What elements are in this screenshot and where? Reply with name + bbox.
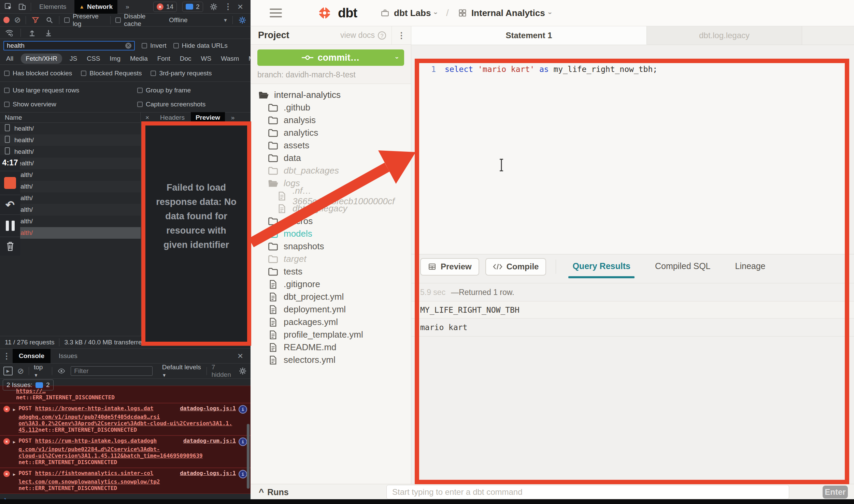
tree-item-models[interactable]: models bbox=[251, 227, 411, 240]
filter-funnel-icon[interactable] bbox=[31, 15, 40, 25]
dbt-command-input[interactable]: Start typing to enter a dbt command bbox=[386, 485, 789, 499]
runs-toggle[interactable]: ^ Runs bbox=[259, 487, 289, 498]
checkbox[interactable] bbox=[137, 88, 143, 93]
console-scrollbar[interactable] bbox=[247, 424, 250, 489]
results-tab-compiled-sql[interactable]: Compiled SQL bbox=[655, 261, 711, 272]
result-cell[interactable]: mario kart bbox=[411, 318, 854, 337]
issues-count-badge[interactable]: 2 bbox=[182, 2, 203, 12]
clear-console-icon[interactable]: ⊘ bbox=[17, 367, 24, 375]
close-devtools-icon[interactable]: × bbox=[238, 2, 243, 12]
device-toolbar-icon[interactable] bbox=[17, 2, 27, 12]
expand-triangle-icon[interactable]: ▶ bbox=[13, 471, 15, 491]
request-url-link[interactable]: 45.112 bbox=[18, 427, 38, 433]
tree-item-data[interactable]: data bbox=[251, 152, 411, 164]
stop-recording-button[interactable] bbox=[0, 171, 20, 195]
settings-gear-icon[interactable] bbox=[209, 2, 219, 12]
source-location-link[interactable]: datadog-logs.js:1 bbox=[180, 470, 236, 476]
tree-item-deployment-yml[interactable]: deployment.yml bbox=[251, 303, 411, 316]
tree-item-assets[interactable]: assets bbox=[251, 139, 411, 152]
console-settings-gear-icon[interactable] bbox=[238, 366, 247, 376]
view-docs-link[interactable]: view docs ? bbox=[340, 31, 392, 40]
expand-triangle-icon[interactable]: ▶ bbox=[13, 439, 15, 465]
throttling-select[interactable]: Offline bbox=[169, 16, 188, 24]
kebab-menu-icon[interactable]: ⋮ bbox=[224, 3, 232, 11]
source-location-link[interactable]: datadog-logs.js:1 bbox=[180, 405, 236, 412]
hide-data-urls-checkbox[interactable]: Hide data URLs bbox=[173, 42, 228, 49]
checkbox[interactable] bbox=[151, 71, 156, 76]
tree-item-dbt-packages[interactable]: dbt_packages bbox=[251, 164, 411, 177]
network-request-row[interactable]: alth/ bbox=[0, 204, 141, 216]
tree-item-nf-3665c416bfecb1000000cf[interactable]: .nf…3665c416bfecb1000000cf bbox=[251, 190, 411, 202]
results-tab-lineage[interactable]: Lineage bbox=[735, 261, 766, 272]
network-request-row[interactable]: alth/ bbox=[0, 227, 141, 239]
request-url-link[interactable]: https://rum-http-intake.logs.datadogh bbox=[35, 438, 157, 444]
tree-item-target[interactable]: target bbox=[251, 253, 411, 265]
tree-item-internal-analytics[interactable]: internal-analytics bbox=[251, 89, 411, 101]
enter-button[interactable]: Enter bbox=[823, 486, 848, 499]
code-editor[interactable]: 1 select 'mario kart' as my_life_right_n… bbox=[415, 60, 849, 254]
capture-screenshots-checkbox[interactable]: Capture screenshots bbox=[137, 101, 246, 108]
log-levels-select[interactable]: Default levels ▼ bbox=[162, 364, 202, 379]
tree-item-tests[interactable]: tests bbox=[251, 265, 411, 278]
checkbox[interactable] bbox=[81, 71, 86, 76]
filter-chip-all[interactable]: All bbox=[4, 54, 15, 64]
search-icon[interactable] bbox=[45, 15, 54, 25]
record-icon[interactable] bbox=[3, 17, 10, 23]
tab-issues[interactable]: Issues bbox=[53, 349, 84, 363]
request-url-link[interactable]: lect.com/com.snowplowanalytics.snowplow/… bbox=[18, 478, 160, 485]
has-blocked-cookies-checkbox[interactable]: Has blocked cookies bbox=[4, 70, 72, 77]
import-har-icon[interactable] bbox=[27, 28, 37, 38]
hamburger-menu-icon[interactable] bbox=[270, 9, 282, 17]
checkbox[interactable] bbox=[64, 17, 70, 23]
request-url-link[interactable]: https://… bbox=[16, 388, 46, 394]
project-selector[interactable]: Internal Analytics › bbox=[458, 8, 551, 18]
use-large-request-rows-checkbox[interactable]: Use large request rows bbox=[4, 87, 137, 94]
preserve-log-checkbox[interactable]: Preserve log bbox=[64, 13, 105, 28]
filter-chip-font[interactable]: Font bbox=[155, 54, 172, 64]
compile-button[interactable]: Compile bbox=[485, 258, 546, 276]
close-console-icon[interactable]: × bbox=[238, 351, 248, 361]
invert-checkbox[interactable]: Invert bbox=[142, 42, 167, 49]
tree-item-profile-template-yml[interactable]: profile_template.yml bbox=[251, 328, 411, 341]
expand-triangle-icon[interactable]: ▶ bbox=[13, 406, 15, 433]
show-overview-checkbox[interactable]: Show overview bbox=[4, 101, 137, 108]
results-tab-query-results[interactable]: Query Results bbox=[572, 261, 630, 272]
tree-item-snapshots[interactable]: snapshots bbox=[251, 240, 411, 253]
checkbox[interactable] bbox=[115, 17, 121, 23]
delete-recording-button[interactable] bbox=[0, 237, 20, 256]
tree-item-analytics[interactable]: analytics bbox=[251, 127, 411, 139]
inspect-element-icon[interactable] bbox=[3, 2, 14, 12]
console-filter-input[interactable]: Filter bbox=[71, 366, 152, 376]
network-request-row[interactable]: health/ bbox=[0, 123, 141, 134]
tree-item-packages-yml[interactable]: packages.yml bbox=[251, 316, 411, 328]
tab-console[interactable]: Console bbox=[13, 349, 51, 363]
tree-item-analysis[interactable]: analysis bbox=[251, 114, 411, 127]
tab-dbt-log-legacy[interactable]: dbt.log.legacy bbox=[647, 26, 802, 45]
tree-item-dbt-project-yml[interactable]: dbt_project.yml bbox=[251, 291, 411, 303]
checkbox[interactable] bbox=[173, 43, 179, 48]
tree-item-selectors-yml[interactable]: selectors.yml bbox=[251, 354, 411, 366]
more-tabs-chevron[interactable]: » bbox=[121, 0, 134, 14]
network-request-row[interactable]: alth/ bbox=[0, 216, 141, 227]
console-sidebar-icon[interactable]: ▶ bbox=[3, 367, 13, 375]
account-selector[interactable]: dbt Labs › bbox=[380, 8, 437, 18]
request-url-link[interactable]: adoghq.com/v1/input/pub740de5f405dcdaa9…… bbox=[18, 414, 160, 420]
filter-chip-css[interactable]: CSS bbox=[85, 54, 102, 64]
sidebar-kebab-icon[interactable]: ⋮ bbox=[392, 26, 411, 44]
clear-filter-icon[interactable]: ✕ bbox=[125, 43, 131, 49]
console-prompt[interactable]: › bbox=[0, 494, 251, 500]
checkbox[interactable] bbox=[4, 71, 10, 76]
network-request-row[interactable]: health/ bbox=[0, 134, 141, 146]
network-request-row[interactable]: alth/ bbox=[0, 192, 141, 204]
network-request-row[interactable]: health/ bbox=[0, 146, 141, 158]
tab-elements[interactable]: Elements bbox=[34, 0, 71, 14]
eye-icon[interactable] bbox=[57, 366, 66, 376]
filter-chip-fetch-xhr[interactable]: Fetch/XHR bbox=[21, 54, 62, 64]
blocked-requests-checkbox[interactable]: Blocked Requests bbox=[81, 70, 142, 77]
network-conditions-wifi-icon[interactable] bbox=[4, 28, 14, 38]
filter-chip-js[interactable]: JS bbox=[68, 54, 79, 64]
checkbox[interactable] bbox=[4, 88, 10, 93]
tree-item-gitignore[interactable]: .gitignore bbox=[251, 278, 411, 291]
tree-item-github[interactable]: .github bbox=[251, 101, 411, 114]
tab-network[interactable]: ▲ Network bbox=[74, 0, 117, 14]
